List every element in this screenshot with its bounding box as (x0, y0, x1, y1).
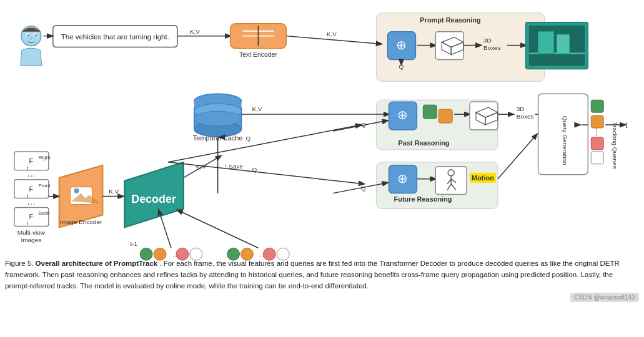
svg-text:Back: Back (39, 210, 50, 216)
past-reasoning-label: Past Reasoning (399, 139, 450, 147)
boxes-top-label: 3D (483, 37, 492, 44)
architecture-diagram: Prompt Reasoning Past Reasoning Future R… (9, 6, 635, 262)
kv-arrow-top: K,V (327, 31, 337, 37)
svg-text:Front: Front (39, 183, 51, 188)
watermark: CSDN @whaosoft143 (570, 293, 639, 302)
svg-rect-54 (591, 100, 603, 112)
figure-label: Figure 5. (5, 260, 33, 267)
svg-rect-57 (591, 137, 603, 150)
main-container: Prompt Reasoning Past Reasoning Future R… (0, 0, 644, 337)
text-encoder-label: Text Encoder (239, 51, 277, 58)
svg-text:⊕: ⊕ (397, 172, 408, 185)
svg-rect-55 (591, 115, 603, 128)
svg-point-6 (27, 34, 29, 36)
svg-text:⊕: ⊕ (397, 108, 408, 122)
caption: Figure 5. Overall architecture of Prompt… (0, 257, 644, 337)
text-input-label: The vehicles that are turning right. (61, 33, 169, 41)
svg-rect-58 (591, 152, 603, 164)
boxes-mid-label2: Boxes (517, 113, 534, 120)
t-minus-1-label: t-1 (130, 240, 137, 247)
query-generation-label: Query Generation (562, 115, 568, 165)
svg-text:⊕: ⊕ (396, 38, 407, 52)
boxes-mid-label: 3D (517, 105, 525, 112)
svg-rect-30 (538, 32, 554, 54)
svg-rect-45 (438, 109, 452, 123)
kv-encoder-decoder: K,V (109, 188, 119, 195)
svg-rect-44 (423, 105, 437, 119)
motion-label: Motion (472, 174, 494, 182)
multi-view-label2: Images (21, 237, 42, 243)
svg-text:…: … (27, 197, 36, 207)
diagram: Prompt Reasoning Past Reasoning Future R… (9, 6, 635, 262)
svg-point-81 (74, 188, 79, 193)
image-encoder-label: Image Encoder (60, 218, 102, 225)
svg-point-7 (35, 34, 36, 36)
svg-text:…: … (27, 168, 36, 178)
bold-text: Overall architecture of PromptTrack (36, 260, 158, 267)
svg-point-8 (30, 37, 32, 40)
svg-text:F: F (29, 157, 34, 165)
svg-point-38 (194, 111, 242, 126)
svg-text:F: F (29, 185, 34, 193)
decoder-label: Decoder (131, 193, 176, 205)
multi-view-label: Multi-view (17, 229, 46, 236)
q-to-future: Q (252, 166, 257, 173)
svg-rect-31 (557, 35, 569, 54)
t-label: t (625, 121, 628, 130)
svg-line-73 (498, 134, 537, 179)
tracking-queries-right-label: Tracking Queries (612, 122, 618, 168)
svg-text:Right: Right (39, 155, 51, 160)
svg-rect-21 (435, 32, 463, 60)
svg-line-109 (177, 210, 258, 248)
kv-label-top: K,V (190, 28, 200, 35)
kv-mid: K,V (252, 105, 262, 112)
svg-text:⋮: ⋮ (593, 127, 600, 136)
svg-rect-47 (470, 102, 498, 130)
future-reasoning-label: Future Reasoning (394, 195, 452, 203)
boxes-top-label2: Boxes (483, 44, 501, 51)
svg-line-103 (159, 210, 171, 248)
prompt-reasoning-label: Prompt Reasoning (420, 16, 480, 24)
q-to-past: Q (245, 135, 250, 142)
svg-text:F: F (29, 213, 34, 220)
svg-line-76 (168, 162, 364, 184)
